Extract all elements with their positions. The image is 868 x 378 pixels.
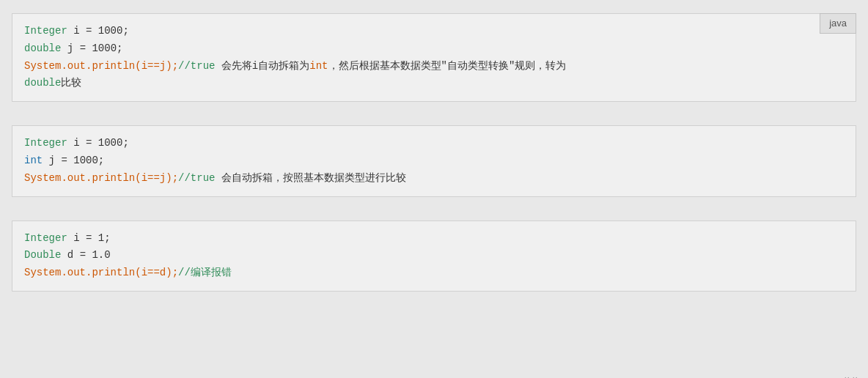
code-text: d = 1.0	[61, 249, 110, 261]
comment: //true	[178, 60, 215, 72]
code-line: System.out.println(i==d);//编译报错	[24, 264, 844, 282]
code-text: 会自动拆箱，按照基本数据类型进行比较	[215, 172, 405, 184]
code-text: j = 1000;	[61, 42, 122, 54]
code-block-3: Integer i = 1; Double d = 1.0 System.out…	[12, 220, 856, 292]
page-wrapper: java Integer i = 1000; double j = 1000; …	[0, 13, 868, 378]
keyword: Double	[24, 249, 61, 261]
code-block-1: java Integer i = 1000; double j = 1000; …	[12, 13, 856, 102]
code-text: 比较	[61, 77, 81, 89]
code-text: System.out.println(i==j);	[24, 172, 178, 184]
code-text: ，然后根据基本数据类型"自动类型转换"规则，转为	[328, 60, 567, 72]
code-line: Integer i = 1000;	[24, 23, 844, 40]
keyword: Integer	[24, 232, 67, 244]
comment: //编译报错	[178, 267, 232, 278]
code-text: j = 1000;	[43, 155, 104, 166]
code-text: System.out.println(i==d);	[24, 267, 178, 278]
keyword: Integer	[24, 25, 67, 37]
code-block-2: Integer i = 1000; int j = 1000; System.o…	[12, 125, 856, 196]
code-line: double j = 1000;	[24, 40, 844, 58]
comment: //true	[178, 172, 215, 184]
code-line: Double d = 1.0	[24, 247, 844, 264]
keyword: double	[24, 77, 61, 89]
keyword: int	[24, 155, 43, 166]
code-line: System.out.println(i==j);//true 会自动拆箱，按照…	[24, 170, 844, 188]
code-line: Integer i = 1000;	[24, 135, 844, 152]
lang-label-1: java	[820, 13, 856, 34]
keyword: int	[309, 60, 328, 72]
keyword: double	[24, 42, 61, 54]
code-line: System.out.println(i==j);//true 会先将i自动拆箱…	[24, 58, 844, 75]
code-text: 会先将i自动拆箱为	[215, 60, 309, 72]
code-text: System.out.println(i==j);	[24, 60, 178, 72]
keyword: Integer	[24, 137, 67, 149]
code-text: i = 1000;	[67, 137, 129, 149]
code-line: double比较	[24, 75, 844, 92]
code-text: i = 1;	[67, 232, 111, 244]
code-line: int j = 1000;	[24, 152, 844, 170]
code-line: Integer i = 1;	[24, 230, 844, 248]
code-text: i = 1000;	[67, 25, 129, 37]
